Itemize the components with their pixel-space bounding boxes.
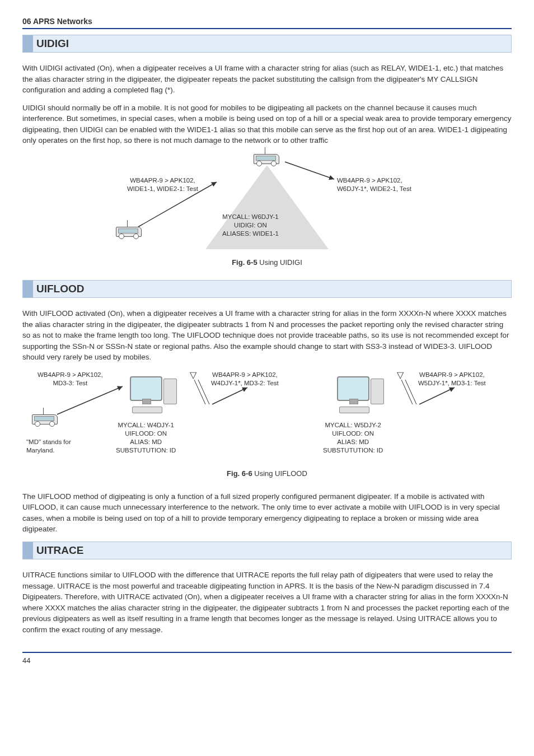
fig65-caption-bold: Fig. 6-5 (232, 258, 257, 267)
svg-line-3 (194, 380, 205, 404)
fig65-right-l1: WB4APR-9 > APK102, (337, 177, 402, 184)
fig66-pc2-l4: SUBSTUTUTION: ID (323, 447, 383, 454)
fig66-note-l1: "MD" stands for (26, 438, 71, 445)
fig65-right-label: WB4APR-9 > APK102, W6DJY-1*, WIDE2-1, Te… (337, 176, 411, 193)
svg-line-5 (212, 388, 247, 404)
uiflood-paragraph-1: With UIFLOOD activated (On), when a digi… (22, 308, 512, 363)
figure-6-6: ▽ ▽ WB4APR-9 > APK102, MD3-3: Test WB4AP (22, 371, 512, 478)
fig65-caption-text: Using UIDIGI (257, 258, 302, 267)
fig65-m-l2: UIDIGI: ON (234, 222, 267, 228)
fig66-label3-l2: W5DJY-1*, MD3-1: Test (418, 380, 486, 386)
fig65-m-l3: ALIASES: WIDE1-1 (222, 230, 279, 237)
page-number: 44 (22, 656, 512, 665)
fig65-left-l1: WB4APR-9 > APK102, (130, 177, 195, 184)
fig66-pc2-l2: UIFLOOD: ON (332, 430, 374, 437)
fig66-pc2-label: MYCALL: W5DJY-2 UIFLOOD: ON ALIAS: MD SU… (323, 421, 383, 455)
fig66-caption: Fig. 6-6 Using UIFLOOD (22, 469, 512, 478)
uidigi-paragraph-2: UIDIGI should normally be off in a mobil… (22, 102, 512, 146)
fig65-right-l2: W6DJY-1*, WIDE2-1, Test (337, 185, 411, 192)
fig66-pc2-icon (337, 376, 387, 414)
fig66-antenna2-icon: ▽ (397, 370, 404, 380)
fig65-left-label: WB4APR-9 > APK102, WIDE1-1, WIDE2-1: Tes… (127, 176, 198, 193)
fig66-label2: WB4APR-9 > APK102, W4DJY-1*, MD3-2: Test (211, 371, 279, 388)
fig66-caption-bold: Fig. 6-6 (227, 469, 252, 478)
fig66-label3: WB4APR-9 > APK102, W5DJY-1*, MD3-1: Test (418, 371, 486, 388)
svg-line-2 (57, 386, 123, 414)
fig65-caption: Fig. 6-5 Using UIDIGI (22, 258, 512, 267)
fig66-pc1-l2: UIFLOOD: ON (125, 430, 167, 437)
fig65-mountain-label: MYCALL: W6DJY-1 UIDIGI: ON ALIASES: WIDE… (222, 213, 279, 238)
svg-line-8 (419, 388, 455, 404)
fig66-label1: WB4APR-9 > APK102, MD3-3: Test (38, 371, 103, 388)
section-heading-uiflood: UIFLOOD (22, 280, 512, 298)
fig66-note-l2: Maryland. (26, 447, 55, 454)
chapter-header: 06 APRS Networks (22, 17, 512, 26)
footer-rule (22, 652, 512, 653)
fig66-antenna1-icon: ▽ (190, 370, 196, 380)
fig66-pc2-l1: MYCALL: W5DJY-2 (325, 422, 381, 428)
fig65-m-l1: MYCALL: W6DJY-1 (222, 213, 279, 220)
fig66-pc2-l3: ALIAS: MD (337, 438, 369, 445)
van-top-icon (254, 154, 278, 167)
section-heading-uitrace: UITRACE (22, 542, 512, 559)
svg-line-4 (198, 380, 209, 404)
fig66-pc1-l1: MYCALL: W4DJY-1 (118, 422, 174, 428)
section-heading-uidigi: UIDIGI (22, 35, 512, 53)
figure-6-5: WB4APR-9 > APK102, WIDE1-1, WIDE2-1: Tes… (22, 154, 512, 267)
header-rule (22, 28, 512, 29)
fig66-pc1-l4: SUBSTUTUTION: ID (116, 447, 176, 454)
fig65-left-l2: WIDE1-1, WIDE2-1: Test (127, 185, 198, 192)
uitrace-paragraph-1: UITRACE functions similar to UIFLOOD wit… (22, 570, 512, 635)
fig66-label1-l2: MD3-3: Test (53, 380, 87, 386)
fig66-label2-l2: W4DJY-1*, MD3-2: Test (211, 380, 279, 386)
fig66-pc1-icon (130, 376, 180, 414)
uiflood-paragraph-2: The UIFLOOD method of digipeating is onl… (22, 491, 512, 535)
van-bottom-icon (116, 227, 140, 240)
fig66-label1-l1: WB4APR-9 > APK102, (38, 371, 103, 378)
uidigi-paragraph-1: With UIDIGI activated (On), when a digip… (22, 63, 512, 96)
fig66-note: "MD" stands for Maryland. (26, 438, 71, 455)
svg-line-7 (405, 380, 416, 404)
fig66-label2-l1: WB4APR-9 > APK102, (212, 371, 278, 378)
fig66-label3-l1: WB4APR-9 > APK102, (419, 371, 485, 378)
fig66-caption-text: Using UIFLOOD (252, 469, 307, 478)
fig66-van-icon (32, 414, 57, 428)
svg-line-6 (401, 380, 413, 404)
fig66-pc1-label: MYCALL: W4DJY-1 UIFLOOD: ON ALIAS: MD SU… (116, 421, 176, 455)
fig66-pc1-l3: ALIAS: MD (130, 438, 162, 445)
